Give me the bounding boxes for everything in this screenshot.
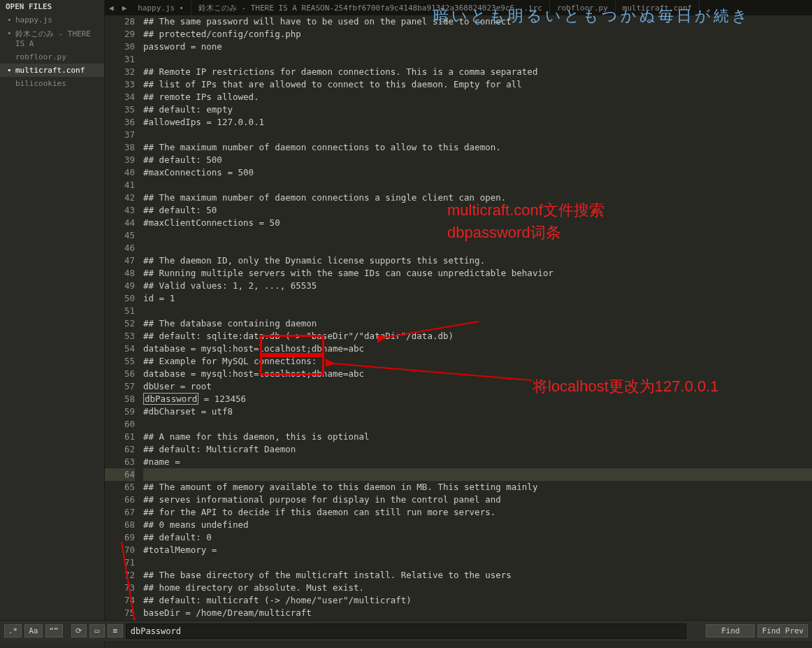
code-line[interactable]: ## default: Multicraft Daemon <box>143 443 812 456</box>
code-line[interactable]: ## The maximum number of daemon connecti… <box>143 141 812 154</box>
code-line[interactable]: ## The database containing daemon <box>143 317 812 330</box>
sidebar-item-happyjs[interactable]: happy.js <box>0 13 104 27</box>
code-line[interactable]: ## The daemon ID, only the Dynamic licen… <box>143 254 812 267</box>
code-line[interactable]: ## default: multicraft (-> /home/"user"/… <box>143 594 812 607</box>
code-line[interactable]: ## The maximum number of daemon connecti… <box>143 192 812 204</box>
find-case-toggle[interactable]: Aa <box>24 624 42 638</box>
code-line[interactable]: ## serves informational purpose for disp… <box>143 494 812 506</box>
code-line[interactable] <box>143 556 812 569</box>
code-line[interactable] <box>143 468 812 481</box>
find-button[interactable]: Find <box>706 624 755 638</box>
code-editor[interactable]: ## The same password will have to be use… <box>143 15 812 620</box>
sidebar-item-bilicookies[interactable]: bilicookies <box>0 77 104 90</box>
code-line[interactable]: database = mysql:host=localhost;dbname=a… <box>143 368 812 380</box>
tab-next-icon[interactable]: ▶ <box>118 3 131 13</box>
find-regex-toggle[interactable]: .* <box>4 624 22 638</box>
line-number-gutter: 2829303132333435363738394041424344454647… <box>105 15 143 620</box>
code-line[interactable]: id = 1 <box>143 292 812 305</box>
find-bar: .* Aa “” ⟳ ▭ ≡ Find Find Prev <box>0 620 812 641</box>
find-wrap-toggle[interactable]: ⟳ <box>71 624 87 638</box>
code-line[interactable]: #maxClientConnections = 50 <box>143 217 812 229</box>
tab-happyjs[interactable]: happy.js <box>131 1 191 15</box>
code-line[interactable]: ## default: 50 <box>143 204 812 217</box>
code-line[interactable]: ## list of IPs that are allowed to conne… <box>143 78 812 91</box>
tab-suzuki[interactable]: 鈴木このみ - THERE IS A REASON-254fbf6700fa9c… <box>191 0 550 15</box>
find-selection-toggle[interactable]: ▭ <box>89 624 105 638</box>
tab-bar: ◀ ▶ happy.js 鈴木このみ - THERE IS A REASON-2… <box>105 0 812 15</box>
code-line[interactable]: ## Running multiple servers with the sam… <box>143 267 812 280</box>
code-line[interactable]: ## default: sqlite:data.db (-> "baseDir"… <box>143 330 812 343</box>
code-line[interactable]: ## Valid values: 1, 2, ..., 65535 <box>143 280 812 292</box>
code-line[interactable] <box>143 418 812 431</box>
code-line[interactable]: ## home directory or absolute. Must exis… <box>143 582 812 594</box>
code-line[interactable]: ## default: empty <box>143 103 812 116</box>
code-line[interactable]: ## default: 500 <box>143 154 812 166</box>
code-line[interactable] <box>143 53 812 66</box>
code-line[interactable]: ## remote IPs allowed. <box>143 91 812 103</box>
code-line[interactable]: ## Example for MySQL connections: <box>143 355 812 368</box>
code-line[interactable] <box>143 129 812 141</box>
find-input[interactable] <box>126 624 687 639</box>
code-line[interactable]: dbPassword = 123456 <box>143 393 812 405</box>
code-line[interactable]: password = none <box>143 41 812 53</box>
code-line[interactable]: ## The amount of memory available to thi… <box>143 481 812 494</box>
code-line[interactable]: ## 0 means undefined <box>143 519 812 531</box>
code-line[interactable]: ## for the API to decide if this daemon … <box>143 506 812 519</box>
tab-multicraft[interactable]: multicraft.conf <box>616 1 699 15</box>
code-line[interactable] <box>143 229 812 242</box>
code-line[interactable]: #dbCharset = utf8 <box>143 405 812 418</box>
code-line[interactable]: ## protected/config/config.php <box>143 28 812 41</box>
find-highlight-toggle[interactable]: ≡ <box>108 624 123 638</box>
find-prev-button[interactable]: Find Prev <box>757 624 808 638</box>
tab-prev-icon[interactable]: ◀ <box>105 3 118 13</box>
code-line[interactable]: ## The base directory of the multicraft … <box>143 569 812 582</box>
code-line[interactable]: #maxConnections = 500 <box>143 166 812 179</box>
code-line[interactable]: ## Remote IP restrictions for daemon con… <box>143 66 812 78</box>
code-line[interactable]: ## The same password will have to be use… <box>143 15 812 28</box>
code-line[interactable] <box>143 242 812 254</box>
sidebar-item-multicraft[interactable]: multicraft.conf <box>0 64 104 77</box>
code-line[interactable] <box>143 305 812 317</box>
code-line[interactable]: database = mysql:host=localhost;dbname=a… <box>143 343 812 355</box>
code-line[interactable]: #name = <box>143 456 812 468</box>
code-line[interactable] <box>143 179 812 192</box>
code-line[interactable]: baseDir = /home/Dream/multicraft <box>143 607 812 619</box>
open-files-header: OPEN FILES <box>0 0 104 13</box>
code-line[interactable]: ## A name for this daemon, this is optio… <box>143 431 812 443</box>
sidebar-item-suzuki[interactable]: 鈴木このみ - THERE IS A <box>0 27 104 50</box>
code-line[interactable]: #allowedIps = 127.0.0.1 <box>143 116 812 129</box>
code-line[interactable]: #totalMemory = <box>143 544 812 556</box>
code-line[interactable]: ## default: 0 <box>143 531 812 544</box>
tab-robfloor[interactable]: robfloor.py <box>550 1 616 15</box>
open-files-sidebar: OPEN FILES happy.js 鈴木このみ - THERE IS A r… <box>0 0 105 648</box>
code-line[interactable]: dbUser = root <box>143 380 812 393</box>
sidebar-item-robfloor[interactable]: robfloor.py <box>0 50 104 64</box>
find-word-toggle[interactable]: “” <box>45 624 63 638</box>
